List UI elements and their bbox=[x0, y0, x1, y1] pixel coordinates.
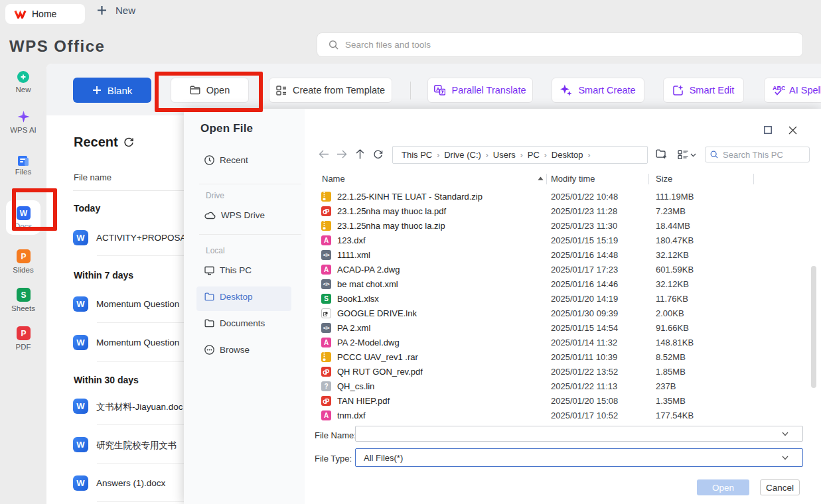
svg-text:P: P bbox=[325, 397, 330, 404]
svg-text:P: P bbox=[325, 208, 330, 214]
svg-text:P: P bbox=[325, 368, 330, 375]
svg-text:ABC: ABC bbox=[773, 85, 785, 92]
